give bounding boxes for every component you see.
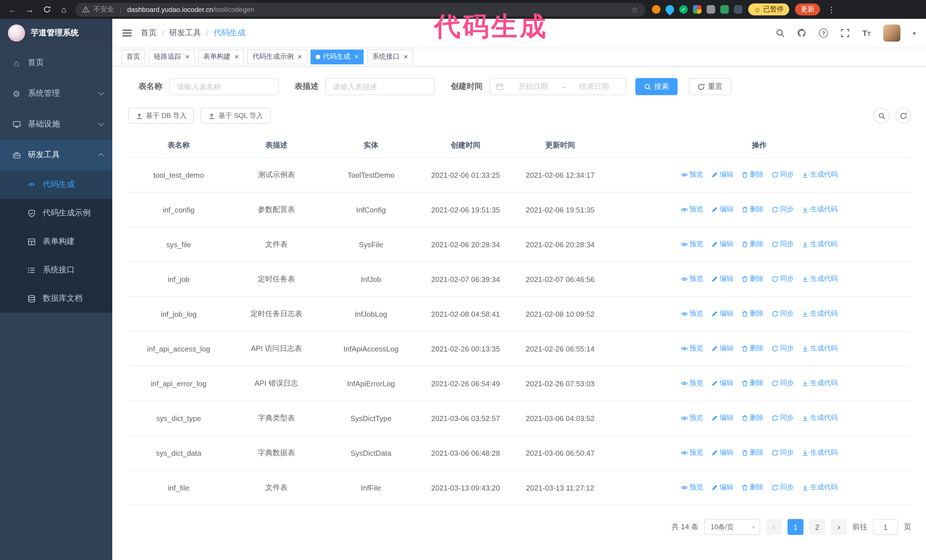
close-icon[interactable]: × [354, 53, 359, 60]
delete-link[interactable]: 删除 [741, 274, 764, 284]
delete-link[interactable]: 删除 [741, 170, 764, 180]
close-icon[interactable]: × [298, 53, 302, 60]
sidebar-item-devtools[interactable]: 研发工具 [0, 140, 112, 171]
tab-codegen[interactable]: 代码生成 × [310, 49, 364, 64]
column-header-updated[interactable]: 更新时间 [513, 140, 607, 150]
edit-link[interactable]: 编辑 [711, 379, 733, 388]
preview-link[interactable]: 预览 [681, 379, 703, 388]
close-icon[interactable]: × [235, 53, 239, 60]
edit-link[interactable]: 编辑 [711, 413, 733, 423]
edit-link[interactable]: 编辑 [711, 344, 733, 353]
delete-link[interactable]: 删除 [741, 240, 764, 249]
edit-link[interactable]: 编辑 [711, 448, 733, 458]
next-page-button[interactable]: › [831, 519, 847, 535]
sidebar-item-codegen[interactable]: </> 代码生成 [0, 171, 112, 199]
extension-icon[interactable] [652, 5, 660, 14]
preview-link[interactable]: 预览 [681, 309, 703, 319]
generate-code-link[interactable]: 生成代码 [802, 413, 838, 423]
browser-url-bar[interactable]: 不安全 | dashboard.yudao.iocoder.cn/tool/co… [75, 3, 645, 16]
sync-link[interactable]: 同步 [772, 240, 794, 249]
tab-tracing[interactable]: 链路追踪 × [149, 49, 195, 64]
browser-home-icon[interactable]: ⌂ [58, 5, 70, 14]
sync-link[interactable]: 同步 [772, 344, 794, 353]
browser-reload-icon[interactable] [41, 6, 53, 13]
browser-forward-icon[interactable]: → [24, 5, 35, 14]
sync-link[interactable]: 同步 [772, 170, 794, 180]
bookmark-star-icon[interactable]: ☆ [631, 5, 638, 14]
generate-code-link[interactable]: 生成代码 [802, 483, 838, 492]
caret-down-icon[interactable]: ▾ [913, 30, 916, 36]
delete-link[interactable]: 删除 [741, 309, 764, 319]
generate-code-link[interactable]: 生成代码 [802, 344, 838, 353]
generate-code-link[interactable]: 生成代码 [802, 240, 838, 249]
browser-menu-icon[interactable]: ⋮ [826, 5, 837, 14]
edit-link[interactable]: 编辑 [711, 240, 733, 249]
extension-icon[interactable] [693, 5, 702, 14]
reset-button[interactable]: 重置 [689, 78, 731, 95]
preview-link[interactable]: 预览 [681, 240, 703, 249]
tab-system-api[interactable]: 系统接口 × [367, 49, 413, 64]
sidebar-item-infrastructure[interactable]: 基础设施 [0, 109, 112, 140]
tab-form-builder[interactable]: 表单构建 × [198, 49, 244, 64]
sync-link[interactable]: 同步 [772, 205, 794, 214]
sync-link[interactable]: 同步 [772, 413, 794, 423]
delete-link[interactable]: 删除 [741, 448, 764, 458]
generate-code-link[interactable]: 生成代码 [802, 205, 838, 214]
extension-icon[interactable] [720, 5, 729, 14]
preview-link[interactable]: 预览 [681, 483, 703, 492]
generate-code-link[interactable]: 生成代码 [802, 379, 838, 388]
prev-page-button[interactable]: ‹ [766, 519, 782, 535]
sync-link[interactable]: 同步 [772, 309, 794, 319]
import-sql-button[interactable]: 基于 SQL 导入 [201, 108, 270, 124]
sidebar-item-form-builder[interactable]: 表单构建 [0, 227, 112, 256]
generate-code-link[interactable]: 生成代码 [802, 448, 838, 458]
page-button-2[interactable]: 2 [809, 519, 825, 535]
update-button[interactable]: 更新 [795, 3, 820, 15]
page-button-1[interactable]: 1 [788, 519, 803, 535]
user-avatar[interactable] [883, 24, 900, 42]
sync-link[interactable]: 同步 [772, 483, 794, 492]
sidebar-item-home[interactable]: ⌂ 首页 [0, 47, 112, 78]
delete-link[interactable]: 删除 [741, 483, 764, 492]
date-range-picker[interactable]: 开始日期 - 结束日期 [490, 78, 626, 95]
search-icon[interactable] [776, 29, 785, 38]
sidebar-item-db-docs[interactable]: 数据库文档 [0, 284, 112, 313]
delete-link[interactable]: 删除 [741, 205, 764, 214]
delete-link[interactable]: 删除 [741, 413, 764, 423]
breadcrumb-item[interactable]: 首页 [141, 28, 157, 38]
preview-link[interactable]: 预览 [681, 344, 703, 353]
refresh-button[interactable] [895, 108, 911, 124]
edit-link[interactable]: 编辑 [711, 309, 733, 319]
github-icon[interactable] [797, 29, 806, 38]
column-header-entity[interactable]: 实体 [324, 140, 418, 150]
table-desc-input[interactable] [325, 78, 435, 95]
fullscreen-icon[interactable] [841, 29, 850, 38]
edit-link[interactable]: 编辑 [711, 483, 733, 492]
extension-icon[interactable]: ✓ [679, 5, 688, 14]
toggle-search-button[interactable] [873, 108, 890, 124]
table-name-input[interactable] [169, 78, 278, 95]
preview-link[interactable]: 预览 [681, 170, 703, 180]
help-icon[interactable]: ? [819, 29, 828, 38]
tab-home[interactable]: 首页 [121, 49, 145, 64]
edit-link[interactable]: 编辑 [711, 170, 733, 180]
extension-icon[interactable] [734, 5, 743, 14]
delete-link[interactable]: 删除 [741, 344, 764, 353]
paused-badge[interactable]: ☺ 已暂停 [748, 3, 790, 15]
preview-link[interactable]: 预览 [681, 274, 703, 284]
column-header-table-desc[interactable]: 表描述 [229, 140, 324, 150]
column-header-table-name[interactable]: 表名称 [128, 140, 229, 150]
preview-link[interactable]: 预览 [681, 205, 703, 214]
extension-icon[interactable] [707, 5, 715, 14]
generate-code-link[interactable]: 生成代码 [802, 274, 838, 284]
extension-icon[interactable] [664, 3, 676, 15]
page-size-select[interactable]: 10条/页 ▾ [704, 519, 760, 535]
tab-codegen-example[interactable]: 代码生成示例 × [247, 49, 307, 64]
goto-page-input[interactable] [873, 519, 898, 535]
edit-link[interactable]: 编辑 [711, 205, 733, 214]
generate-code-link[interactable]: 生成代码 [802, 170, 838, 180]
preview-link[interactable]: 预览 [681, 413, 703, 423]
sidebar-item-system-management[interactable]: ⚙ 系统管理 [0, 78, 112, 109]
hamburger-icon[interactable] [123, 30, 132, 36]
preview-link[interactable]: 预览 [681, 448, 703, 458]
